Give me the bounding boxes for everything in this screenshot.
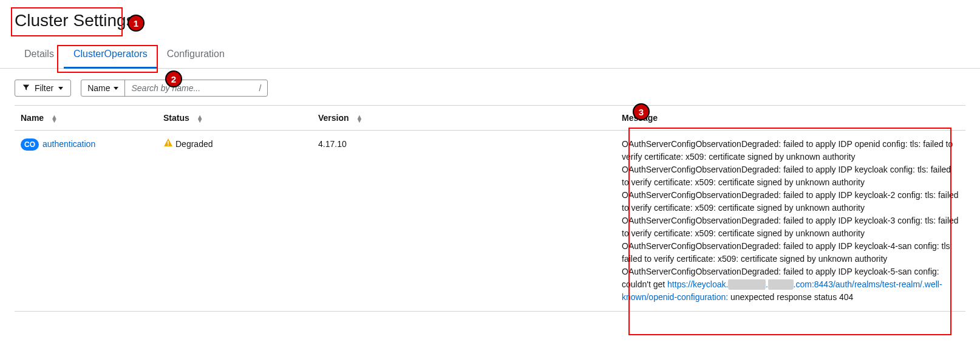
status-text: Degraded <box>175 139 213 149</box>
filter-button[interactable]: Filter <box>15 80 71 97</box>
caret-down-icon <box>58 87 63 90</box>
col-header-version[interactable]: Version ▲▼ <box>312 106 616 131</box>
search-attribute-select[interactable]: Name <box>81 80 125 96</box>
col-header-name[interactable]: Name ▲▼ <box>15 106 157 131</box>
tab-configuration[interactable]: Configuration <box>157 43 234 68</box>
sort-icon: ▲▼ <box>51 115 58 123</box>
col-header-message: Message <box>616 106 965 131</box>
svg-rect-1 <box>168 145 169 146</box>
tab-details[interactable]: Details <box>15 43 64 68</box>
sort-icon: ▲▼ <box>356 115 362 123</box>
warning-icon <box>163 138 173 151</box>
resource-badge: CO <box>21 138 39 151</box>
col-header-status[interactable]: Status ▲▼ <box>157 106 312 131</box>
filter-button-label: Filter <box>35 83 53 93</box>
svg-rect-0 <box>168 141 169 144</box>
filter-icon <box>22 84 30 93</box>
search-group: Name / <box>81 80 268 97</box>
caret-down-icon <box>114 87 118 90</box>
version-cell: 4.17.10 <box>312 131 616 312</box>
col-header-message-label: Message <box>622 113 658 123</box>
tab-cluster-operators[interactable]: ClusterOperators <box>64 43 157 69</box>
message-cell: OAuthServerConfigObservationDegraded: fa… <box>616 131 965 312</box>
col-header-name-label: Name <box>21 113 44 123</box>
operators-table: Name ▲▼ Status ▲▼ Version ▲▼ Message COa… <box>15 105 965 312</box>
col-header-status-label: Status <box>163 113 189 123</box>
tabs: Details ClusterOperators Configuration <box>0 43 980 69</box>
page-title: Cluster Settings <box>0 0 980 38</box>
toolbar: Filter Name / <box>0 69 980 105</box>
search-input[interactable] <box>125 80 253 96</box>
table-row: COauthentication Degraded 4.17.10 OAuthS… <box>15 131 965 312</box>
operator-name-link[interactable]: authentication <box>43 139 95 149</box>
col-header-version-label: Version <box>318 113 349 123</box>
message-text: OAuthServerConfigObservationDegraded: fa… <box>622 139 959 289</box>
message-text-tail: unexpected response status 404 <box>728 292 853 302</box>
search-attribute-label: Name <box>87 83 110 93</box>
sort-icon: ▲▼ <box>197 115 203 123</box>
search-slash-hint: / <box>253 80 267 96</box>
